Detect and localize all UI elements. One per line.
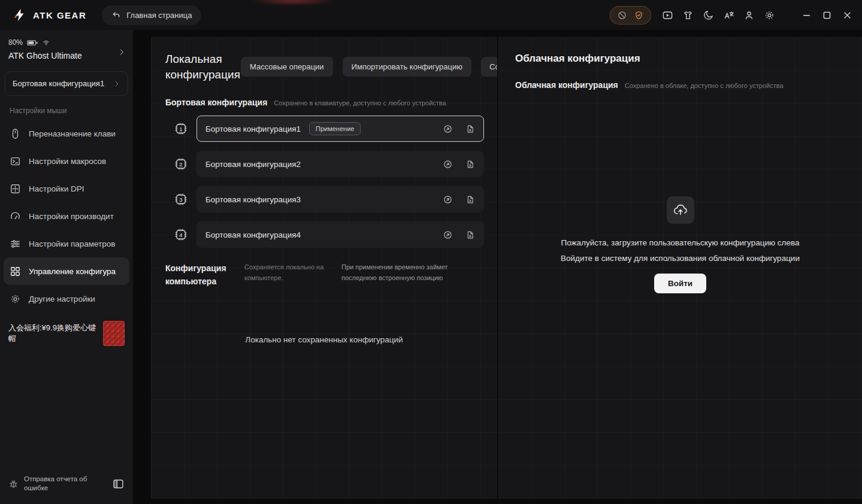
- titlebar-actions: [610, 0, 857, 30]
- shield-check-icon: [634, 10, 644, 20]
- battery-percent: 80%: [8, 38, 23, 47]
- local-panel-title: Локальная конфигурация: [165, 51, 238, 82]
- back-home-label: Главная страница: [126, 11, 192, 20]
- device-card[interactable]: 80% ATK Ghos: [0, 30, 133, 65]
- computer-config-note-apply: При применении временно займет последнюю…: [341, 262, 479, 283]
- apply-config-icon[interactable]: [443, 124, 453, 134]
- security-status-pill[interactable]: [610, 6, 651, 25]
- config-row-1[interactable]: 1 Бортовая конфигурация1 Применение: [165, 116, 484, 142]
- minimize-button[interactable]: [796, 0, 816, 30]
- chip-slot-2-icon: 2: [165, 156, 196, 172]
- back-home-button[interactable]: Главная страница: [102, 5, 201, 25]
- sidebar-item-macros[interactable]: Настройки макросов: [0, 147, 133, 175]
- login-button[interactable]: Войти: [654, 274, 706, 293]
- cloud-hint-login: Войдите в систему для использования обла…: [561, 254, 800, 263]
- bulk-operations-button[interactable]: Массовые операции: [241, 57, 333, 77]
- cloud-section-note: Сохранено в облаке, доступно с любого ус…: [625, 82, 784, 89]
- chip-slot-1-icon: 1: [165, 120, 196, 137]
- translate-button[interactable]: [718, 5, 739, 25]
- close-button[interactable]: [837, 0, 857, 30]
- computer-config-note-local: Сохраняется локально на компьютере.: [244, 262, 325, 283]
- dpi-icon: [10, 183, 21, 195]
- block-icon: [617, 10, 627, 20]
- config-name: Бортовая конфигурация2: [205, 160, 301, 169]
- cloud-section-header: Облачная конфигурация Сохранено в облаке…: [515, 80, 845, 90]
- back-arrow-icon: [111, 10, 121, 20]
- import-config-button[interactable]: Импортировать конфигурацию: [343, 57, 471, 77]
- mouse-icon: [10, 128, 21, 139]
- sidebar-item-label: Настройки производит: [29, 212, 114, 221]
- config-row-actions: [443, 230, 475, 240]
- config-row-actions: [443, 124, 475, 134]
- sidebar-item-dpi[interactable]: Настройки DPI: [0, 175, 133, 202]
- apply-config-icon[interactable]: [443, 195, 453, 205]
- stream-button[interactable]: [657, 5, 677, 25]
- maximize-button[interactable]: [816, 0, 837, 30]
- membership-promo-banner[interactable]: 入会福利:¥9.9换购爱心键帽: [8, 321, 125, 346]
- chevron-right-icon: [113, 80, 120, 87]
- red-glare-decoration: [249, 0, 338, 4]
- config-row-2[interactable]: 2 Бортовая конфигурация2: [165, 151, 484, 177]
- sidebar: 80% ATK Ghos: [0, 30, 133, 504]
- onboard-section-header: Бортовая конфигурация Сохранено в клавиа…: [165, 98, 497, 107]
- device-status: 80%: [8, 38, 125, 47]
- brand: ATK GEAR: [12, 7, 86, 23]
- onboard-config-list: 1 Бортовая конфигурация1 Применение: [165, 116, 497, 248]
- account-button[interactable]: [739, 5, 759, 25]
- config-row-body[interactable]: Бортовая конфигурация2: [196, 151, 484, 177]
- onboard-section-title: Бортовая конфигурация: [165, 98, 267, 107]
- shirt-skin-button[interactable]: [677, 5, 698, 25]
- export-config-icon[interactable]: [465, 230, 475, 240]
- error-report-link[interactable]: Отправка отчета об ошибке: [24, 475, 91, 493]
- apply-config-icon[interactable]: [443, 230, 453, 240]
- config-row-3[interactable]: 3 Бортовая конфигурация3: [165, 186, 484, 212]
- sidebar-item-label: Настройки параметров: [29, 239, 116, 248]
- grid-icon: [10, 266, 21, 277]
- export-config-icon[interactable]: [465, 195, 475, 205]
- gear-icon: [10, 293, 21, 305]
- export-config-icon[interactable]: [465, 124, 475, 134]
- sidebar-item-other-settings[interactable]: Другие настройки: [0, 285, 133, 312]
- theme-moon-button[interactable]: [698, 5, 718, 25]
- sidebar-item-config-management[interactable]: Управление конфигура: [4, 257, 129, 285]
- cloud-panel-title: Облачная конфигурация: [515, 53, 845, 65]
- battery-icon: [27, 40, 38, 46]
- local-config-panel: Локальная конфигурация Массовые операции…: [151, 37, 497, 499]
- app-window: ATK GEAR Главная страница: [0, 0, 862, 504]
- onboard-section-note: Сохранено в клавиатуре, доступно с любог…: [274, 99, 446, 107]
- sidebar-item-label: Настройки макросов: [29, 157, 106, 166]
- sidebar-item-parameters[interactable]: Настройки параметров: [0, 230, 133, 257]
- brand-name: ATK GEAR: [33, 10, 86, 20]
- collapse-sidebar-button[interactable]: [112, 478, 125, 490]
- sliders-icon: [10, 238, 21, 250]
- config-name: Бортовая конфигурация3: [205, 195, 301, 204]
- config-row-body[interactable]: Бортовая конфигурация4: [196, 221, 484, 248]
- bug-report-icon: [8, 479, 19, 489]
- cloud-hint-upload: Пожалуйста, загрузите пользовательскую к…: [561, 238, 800, 247]
- export-config-icon[interactable]: [465, 159, 475, 169]
- config-row-4[interactable]: 4 Бортовая конфигурация4: [165, 221, 484, 248]
- applied-status-badge: Применение: [309, 122, 361, 135]
- apply-config-icon[interactable]: [443, 159, 453, 169]
- titlebar: ATK GEAR Главная страница: [0, 0, 862, 30]
- sidebar-item-key-remap[interactable]: Переназначение клави: [0, 120, 133, 147]
- cloud-upload-icon: [667, 196, 694, 224]
- local-panel-header: Локальная конфигурация Массовые операции…: [165, 51, 497, 82]
- window-controls: [796, 0, 857, 30]
- config-row-body[interactable]: Бортовая конфигурация3: [196, 186, 484, 212]
- chevron-right-icon[interactable]: [117, 48, 126, 56]
- config-name: Бортовая конфигурация1: [205, 125, 301, 133]
- wifi-icon: [42, 39, 50, 46]
- config-row-body[interactable]: Бортовая конфигурация1 Применение: [196, 116, 484, 142]
- create-config-button[interactable]: Соз: [481, 57, 497, 77]
- settings-button[interactable]: [759, 5, 779, 25]
- active-profile-selector[interactable]: Бортовая конфигурация1: [5, 71, 128, 96]
- chip-slot-4-icon: 4: [165, 226, 196, 243]
- device-name: ATK Ghost Ultimate: [8, 51, 125, 60]
- cloud-config-panel: Облачная конфигурация Облачная конфигура…: [498, 37, 862, 499]
- performance-gauge-icon: [10, 211, 21, 222]
- sidebar-section-label: Настройки мыши: [10, 107, 123, 115]
- cloud-empty-state: Пожалуйста, загрузите пользовательскую к…: [515, 196, 845, 293]
- sidebar-item-performance[interactable]: Настройки производит: [0, 202, 133, 230]
- app-body: 80% ATK Ghos: [0, 30, 862, 504]
